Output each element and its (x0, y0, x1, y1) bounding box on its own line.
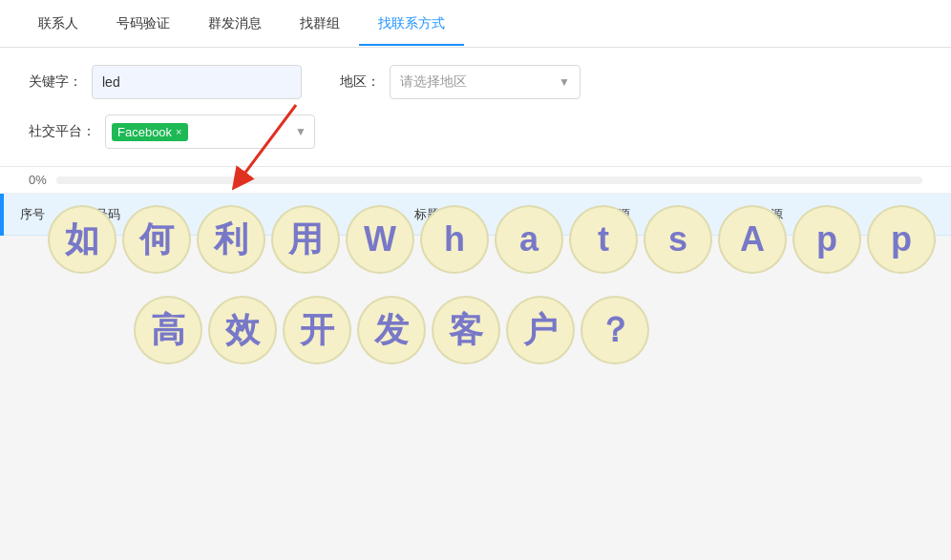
tag-label: Facebook (117, 125, 172, 139)
keyword-input[interactable] (92, 65, 302, 99)
form-area: 关键字： 地区： 请选择地区 ▼ 社交平台： Facebook × ▼ (0, 48, 951, 167)
progress-label: 0% (29, 173, 47, 187)
region-placeholder: 请选择地区 (400, 73, 467, 91)
region-group: 地区： 请选择地区 ▼ (340, 65, 581, 99)
tag-close-icon[interactable]: × (176, 126, 181, 137)
tab-contacts[interactable]: 联系人 (19, 2, 97, 46)
progress-area: 0% (0, 167, 951, 194)
col-phone: 电话号码 (61, 206, 214, 223)
progress-bar-track (56, 176, 922, 184)
bubble-char-q: ？ (581, 296, 649, 364)
form-row-1: 关键字： 地区： 请选择地区 ▼ (29, 65, 922, 99)
tab-findcontact[interactable]: 找联系方式 (359, 2, 464, 46)
tab-broadcast[interactable]: 群发消息 (189, 2, 281, 46)
region-label: 地区： (340, 73, 380, 91)
form-row-2: 社交平台： Facebook × ▼ (29, 114, 922, 149)
bubble-char-fa: 发 (357, 296, 426, 364)
bubble-char-kai: 开 (283, 296, 351, 364)
table-header: 序号 电话号码 名称 标题 来源 来源 (0, 194, 951, 236)
tab-bar: 联系人 号码验证 群发消息 找群组 找联系方式 (0, 0, 951, 48)
keyword-label: 关键字： (29, 73, 82, 91)
tab-verify[interactable]: 号码验证 (97, 2, 189, 46)
social-chevron-icon: ▼ (295, 125, 306, 138)
col-source1: 来源 (596, 206, 749, 223)
social-group: 社交平台： Facebook × ▼ (29, 114, 315, 149)
col-source2: 来源 (749, 206, 951, 223)
chevron-down-icon: ▼ (559, 75, 570, 89)
bubble-char-gao: 高 (134, 296, 202, 364)
col-name: 名称 (214, 206, 405, 223)
table-area: 序号 电话号码 名称 标题 来源 来源 (0, 194, 951, 236)
bubble-char-xiao: 效 (208, 296, 277, 364)
region-select[interactable]: 请选择地区 ▼ (390, 65, 581, 99)
bubble-row-2: 高 效 开 发 客 户 ？ (134, 296, 649, 364)
tab-findgroup[interactable]: 找群组 (281, 2, 359, 46)
social-select[interactable]: Facebook × ▼ (105, 114, 315, 149)
col-title: 标题 (405, 206, 596, 223)
col-seq: 序号 (4, 206, 61, 223)
facebook-tag[interactable]: Facebook × (112, 123, 188, 141)
keyword-group: 关键字： (29, 65, 302, 99)
social-label: 社交平台： (29, 123, 95, 140)
bubble-char-ke: 客 (432, 296, 500, 364)
bubble-char-hu: 户 (506, 296, 575, 364)
